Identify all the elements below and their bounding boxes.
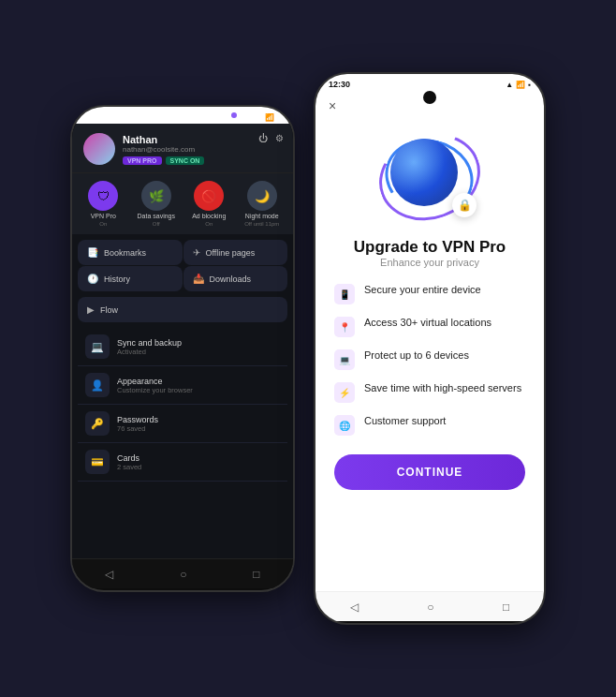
vpn-label: VPN Pro bbox=[91, 213, 116, 219]
ad-label: Ad blocking bbox=[192, 213, 226, 219]
night-label: Night mode bbox=[245, 213, 279, 219]
vpn-upgrade-title: Upgrade to VPN Pro bbox=[354, 238, 506, 257]
vpn-icon: 🛡 bbox=[88, 181, 118, 211]
night-sub: Off until 11pm bbox=[244, 221, 279, 227]
feature-text-4: Customer support bbox=[364, 414, 446, 428]
flow-icon: ▶ bbox=[87, 304, 95, 315]
sync-settings-text: Sync and backup Activated bbox=[117, 338, 182, 356]
avatar bbox=[83, 133, 115, 165]
settings-list: 💻 Sync and backup Activated 👤 Appearance… bbox=[72, 324, 293, 485]
close-button[interactable]: × bbox=[315, 91, 349, 121]
feature-item-4: 🌐 Customer support bbox=[334, 408, 525, 441]
feature-text-0: Secure your entire device bbox=[364, 283, 481, 297]
cards-sub: 2 saved bbox=[117, 463, 141, 471]
quick-vpn[interactable]: 🛡 VPN Pro On bbox=[78, 181, 129, 227]
menu-grid: 📑 Bookmarks ✈ Offline pages 🕐 History 📥 … bbox=[72, 234, 293, 297]
back-icon[interactable]: ◁ bbox=[105, 568, 113, 581]
bookmarks-label: Bookmarks bbox=[104, 248, 146, 258]
feature-item-3: ⚡ Save time with high-speed servers bbox=[334, 376, 525, 408]
recents-icon[interactable]: □ bbox=[253, 568, 259, 581]
profile-actions: ⏻ ⚙ bbox=[258, 133, 284, 143]
sync-settings-icon: 💻 bbox=[85, 334, 110, 359]
vpn-upgrade-subtitle: Enhance your privacy bbox=[380, 257, 479, 268]
passwords-sub: 76 saved bbox=[117, 424, 158, 433]
continue-button[interactable]: CONTINUE bbox=[334, 454, 525, 490]
history-button[interactable]: 🕐 History bbox=[78, 266, 183, 291]
sync-badge: SYNC ON bbox=[166, 156, 205, 165]
home-icon[interactable]: ○ bbox=[180, 568, 186, 581]
data-icon: 🌿 bbox=[141, 181, 171, 211]
data-label: Data savings bbox=[138, 213, 175, 219]
right-status-bar: 12:30 ▲ 📶 ▪ bbox=[315, 74, 544, 91]
wifi-icon: ▲ bbox=[255, 113, 262, 122]
flow-button[interactable]: ▶ Flow bbox=[78, 297, 287, 322]
quick-data[interactable]: 🌿 Data savings Off bbox=[131, 181, 183, 227]
passwords-text: Passwords 76 saved bbox=[117, 415, 158, 433]
data-sub: Off bbox=[153, 221, 160, 227]
vpn-badge: VPN PRO bbox=[123, 156, 162, 165]
night-icon: 🌙 bbox=[247, 181, 277, 211]
downloads-icon: 📥 bbox=[193, 274, 204, 284]
battery-icon: ▪ bbox=[277, 113, 280, 122]
profile-email: nathan@coolsite.com bbox=[123, 145, 282, 154]
feature-text-2: Protect up to 6 devices bbox=[364, 348, 469, 363]
ad-sub: On bbox=[205, 221, 213, 227]
power-icon[interactable]: ⏻ bbox=[258, 133, 268, 143]
right-home-icon[interactable]: ○ bbox=[427, 601, 433, 614]
scene: 12:30 ▲ 📶 ▪ Nathan nathan@coolsite.com V… bbox=[51, 53, 565, 644]
downloads-label: Downloads bbox=[210, 274, 252, 284]
left-phone-content: Nathan nathan@coolsite.com VPN PRO SYNC … bbox=[72, 124, 293, 558]
left-status-icons: ▲ 📶 ▪ bbox=[255, 113, 280, 122]
passwords-title: Passwords bbox=[117, 415, 158, 424]
appearance-title: Appearance bbox=[117, 377, 193, 386]
right-phone: 12:30 ▲ 📶 ▪ × 🔒 bbox=[314, 72, 546, 625]
left-status-bar: 12:30 ▲ 📶 ▪ bbox=[72, 107, 293, 124]
cards-text: Cards 2 saved bbox=[117, 453, 141, 471]
feature-icon-4: 🌐 bbox=[334, 415, 355, 436]
settings-icon[interactable]: ⚙ bbox=[275, 133, 284, 143]
quick-actions: 🛡 VPN Pro On 🌿 Data savings Off 🚫 Ad blo… bbox=[72, 172, 293, 234]
notification-dot bbox=[231, 112, 237, 118]
sync-settings-title: Sync and backup bbox=[117, 338, 182, 348]
right-time: 12:30 bbox=[329, 80, 350, 89]
appearance-settings-item[interactable]: 👤 Appearance Customize your browser bbox=[78, 366, 287, 405]
right-recents-icon[interactable]: □ bbox=[503, 601, 509, 614]
ad-icon: 🚫 bbox=[194, 181, 224, 211]
passwords-settings-item[interactable]: 🔑 Passwords 76 saved bbox=[78, 405, 287, 443]
bookmarks-icon: 📑 bbox=[87, 247, 98, 258]
right-back-icon[interactable]: ◁ bbox=[350, 601, 359, 614]
feature-text-3: Save time with high-speed servers bbox=[364, 381, 521, 395]
bookmarks-button[interactable]: 📑 Bookmarks bbox=[78, 240, 183, 265]
feature-icon-0: 📱 bbox=[334, 284, 355, 304]
signal-icon: 📶 bbox=[265, 113, 274, 122]
appearance-icon: 👤 bbox=[85, 373, 110, 397]
appearance-text: Appearance Customize your browser bbox=[117, 377, 193, 394]
globe bbox=[390, 139, 458, 206]
downloads-button[interactable]: 📥 Downloads bbox=[183, 266, 288, 291]
quick-ad[interactable]: 🚫 Ad blocking On bbox=[183, 181, 235, 227]
left-time: 12:30 bbox=[85, 112, 107, 122]
cards-settings-item[interactable]: 💳 Cards 2 saved bbox=[78, 443, 287, 482]
sync-settings-sub: Activated bbox=[117, 348, 182, 356]
feature-icon-2: 💻 bbox=[334, 349, 355, 370]
feature-icon-1: 📍 bbox=[334, 317, 355, 337]
quick-night[interactable]: 🌙 Night mode Off until 11pm bbox=[237, 181, 288, 227]
feature-item-2: 💻 Protect up to 6 devices bbox=[334, 343, 525, 376]
globe-container: 🔒 bbox=[374, 126, 486, 229]
right-wifi-icon: ▲ bbox=[506, 81, 513, 89]
flow-label: Flow bbox=[100, 305, 118, 315]
cards-title: Cards bbox=[117, 453, 141, 463]
sync-settings-item[interactable]: 💻 Sync and backup Activated bbox=[78, 328, 287, 366]
feature-icon-3: ⚡ bbox=[334, 382, 355, 403]
left-bottom-nav: ◁ ○ □ bbox=[72, 558, 293, 588]
appearance-sub: Customize your browser bbox=[117, 386, 193, 394]
globe-overlay bbox=[390, 139, 458, 206]
passwords-icon: 🔑 bbox=[85, 411, 110, 436]
feature-item-1: 📍 Access 30+ virtual locations bbox=[334, 310, 525, 343]
offline-icon: ✈ bbox=[193, 247, 200, 258]
camera-notch bbox=[423, 91, 436, 104]
features-list: 📱 Secure your entire device 📍 Access 30+… bbox=[315, 277, 544, 441]
offline-button[interactable]: ✈ Offline pages bbox=[183, 240, 288, 265]
right-battery-icon: ▪ bbox=[528, 81, 531, 89]
vpn-illustration: 🔒 bbox=[374, 126, 486, 229]
